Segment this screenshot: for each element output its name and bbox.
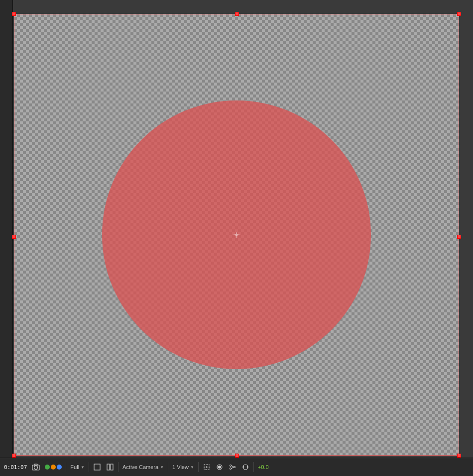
svg-rect-6 (94, 464, 100, 470)
divider-6 (253, 462, 254, 472)
view-mode-arrow: ▼ (81, 465, 85, 470)
view-display-icon1[interactable] (91, 461, 103, 474)
svg-line-15 (231, 466, 234, 467)
view-fit-button[interactable] (201, 461, 213, 474)
view-count-arrow: ▼ (190, 465, 194, 470)
handle-middle-right[interactable] (457, 235, 461, 239)
circle-shape[interactable] (102, 100, 371, 369)
handle-top-center[interactable] (235, 12, 239, 16)
left-toolbar (0, 0, 13, 458)
green-dot (45, 465, 50, 470)
svg-point-11 (218, 466, 221, 469)
timestamp-display: 0:01:07 (2, 461, 29, 474)
bottom-toolbar: 0:01:07 Full ▼ (0, 458, 473, 476)
render-button[interactable] (214, 461, 226, 474)
camera-mode-label: Active Camera (122, 464, 158, 470)
view-mode-label: Full (70, 464, 79, 470)
object-origin (234, 232, 239, 238)
orange-dot (51, 465, 56, 470)
sync-button[interactable] (239, 461, 251, 474)
sync-icon (241, 463, 249, 471)
camera-icon (32, 463, 40, 471)
svg-rect-8 (111, 464, 113, 470)
svg-point-4 (34, 466, 38, 470)
handle-top-left[interactable] (12, 12, 16, 16)
viewport (0, 0, 473, 458)
svg-point-14 (234, 467, 235, 468)
svg-line-16 (231, 467, 234, 469)
time-value: 0:01:07 (4, 464, 27, 471)
view-display-icon2[interactable] (104, 461, 116, 474)
handle-middle-left[interactable] (12, 235, 16, 239)
camera-button[interactable] (30, 461, 42, 474)
divider-3 (118, 462, 118, 472)
view-icon-1 (93, 463, 101, 471)
blue-dot (57, 465, 62, 470)
canvas-background (14, 14, 459, 456)
overlay-number: +0.0 (258, 464, 269, 470)
view-count-label: 1 View (172, 464, 189, 470)
handle-top-right[interactable] (457, 12, 461, 16)
render-color-indicators (43, 461, 64, 474)
camera-mode-dropdown[interactable]: Active Camera ▼ (120, 461, 166, 474)
divider-5 (198, 462, 199, 472)
handle-bottom-center[interactable] (235, 454, 239, 458)
overlay-value[interactable]: +0.0 (256, 461, 271, 474)
view-count-dropdown[interactable]: 1 View ▼ (170, 461, 196, 474)
svg-rect-7 (107, 464, 110, 470)
divider-4 (168, 462, 168, 472)
camera-mode-arrow: ▼ (160, 465, 164, 470)
divider-1 (66, 462, 66, 472)
node-button[interactable] (227, 461, 238, 474)
svg-point-12 (230, 465, 231, 467)
divider-2 (89, 462, 89, 472)
svg-point-13 (230, 468, 231, 470)
node-icon (229, 463, 236, 471)
handle-bottom-left[interactable] (12, 454, 16, 458)
view-icon-2 (106, 463, 114, 471)
render-icon (216, 463, 224, 471)
view-mode-dropdown[interactable]: Full ▼ (68, 461, 87, 474)
fit-icon (203, 463, 211, 471)
handle-bottom-right[interactable] (457, 454, 461, 458)
